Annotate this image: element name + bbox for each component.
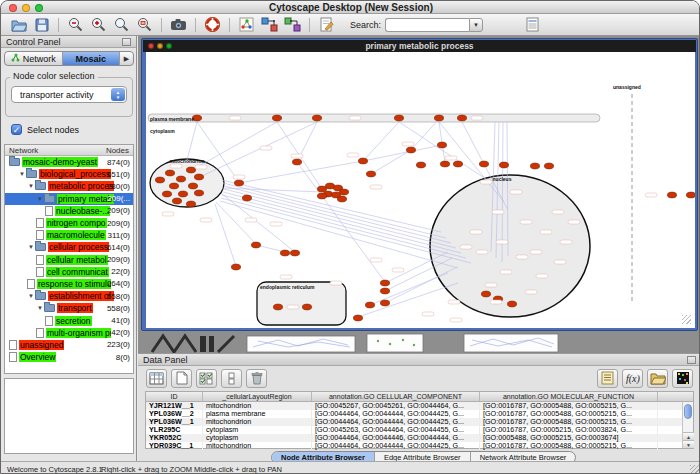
network-node[interactable] bbox=[317, 193, 326, 199]
table-row[interactable]: YPL036W__2plasma membrane[GO:0044464, GO… bbox=[146, 410, 693, 418]
tree-item-cellular-metabol[interactable]: cellular metabol209(0) bbox=[5, 254, 133, 266]
scroll-down-icon[interactable]: ▼ bbox=[683, 440, 694, 448]
network-node[interactable] bbox=[437, 142, 446, 148]
tab-mosaic[interactable]: Mosaic bbox=[63, 52, 121, 65]
network-node[interactable] bbox=[434, 115, 443, 121]
tree-item-secretion[interactable]: secretion41(0) bbox=[5, 314, 133, 326]
title-bar[interactable]: Cytoscape Desktop (New Session) bbox=[1, 1, 700, 14]
network-node[interactable] bbox=[302, 304, 311, 310]
tree-item-mosaic-demo-yeast[interactable]: mosaic-demo-yeast874(0) bbox=[5, 156, 133, 168]
formula-icon[interactable]: f(x) bbox=[622, 369, 643, 388]
window-resize-grip[interactable] bbox=[690, 465, 700, 474]
network-node[interactable] bbox=[165, 170, 174, 176]
node-color-dropdown[interactable]: transporter activity ▲▼ bbox=[11, 86, 127, 103]
network-node[interactable] bbox=[380, 280, 389, 286]
network-node[interactable] bbox=[544, 163, 553, 169]
network-node[interactable] bbox=[234, 180, 243, 186]
network-node[interactable] bbox=[380, 300, 389, 306]
table-row[interactable]: YKR052Ccytoplasm[GO:0044464, GO:0044446,… bbox=[146, 434, 693, 442]
network-node[interactable] bbox=[416, 162, 425, 168]
col-header-cellular-component[interactable]: annotation.GO CELLULAR_COMPONENT bbox=[312, 392, 480, 401]
expander-icon[interactable]: ▼ bbox=[36, 305, 44, 311]
help-icon[interactable] bbox=[203, 16, 222, 34]
network-node[interactable] bbox=[292, 159, 301, 165]
matrix-icon[interactable] bbox=[672, 369, 693, 388]
unselect-attributes-icon[interactable] bbox=[221, 369, 242, 388]
network-node[interactable] bbox=[155, 177, 164, 183]
zoom-out-icon[interactable] bbox=[66, 16, 85, 34]
network-node[interactable] bbox=[481, 291, 490, 297]
network-node[interactable] bbox=[194, 190, 203, 196]
table-row[interactable]: YPL036W__1mitochondrion[GO:0044464, GO:0… bbox=[146, 418, 693, 426]
network-node[interactable] bbox=[406, 147, 415, 153]
table-scrollbar[interactable]: ▲ ▼ bbox=[682, 402, 693, 448]
expander-icon[interactable]: ▼ bbox=[27, 244, 35, 250]
network-node[interactable] bbox=[272, 115, 281, 121]
network-node[interactable] bbox=[176, 176, 185, 182]
col-header-region[interactable]: _cellularLayoutRegion bbox=[203, 392, 312, 401]
network-node[interactable] bbox=[530, 163, 539, 169]
import-icon[interactable] bbox=[647, 369, 668, 388]
tree-item-cell-communicat[interactable]: cell communicat22(0) bbox=[5, 266, 133, 278]
network-node[interactable] bbox=[686, 192, 695, 198]
close-button[interactable] bbox=[9, 4, 17, 12]
tree-item-multi-organism-pro[interactable]: multi-organism pro42(0) bbox=[5, 327, 133, 339]
tree-item-metabolic-process[interactable]: ▼metabolic process280(0) bbox=[5, 180, 133, 192]
delete-attribute-icon[interactable] bbox=[246, 369, 267, 388]
expander-icon[interactable]: ▼ bbox=[27, 293, 35, 299]
tree-item-biological-process[interactable]: ▼biological_process651(0) bbox=[5, 168, 133, 180]
birds-eye-view[interactable] bbox=[4, 378, 134, 454]
network-node[interactable] bbox=[178, 191, 187, 197]
network-node[interactable] bbox=[186, 167, 195, 173]
tree-item-cellular-process[interactable]: ▼cellular process614(0) bbox=[5, 241, 133, 253]
search-dropdown-icon[interactable]: ▼ bbox=[469, 18, 483, 32]
save-icon[interactable] bbox=[32, 16, 51, 34]
col-header-id[interactable]: ID bbox=[146, 392, 203, 401]
network-node[interactable] bbox=[251, 242, 260, 248]
network-node[interactable] bbox=[169, 183, 178, 189]
network-node[interactable] bbox=[358, 158, 367, 164]
network-node[interactable] bbox=[453, 161, 462, 167]
new-attribute-icon[interactable] bbox=[171, 369, 192, 388]
network-node[interactable] bbox=[290, 250, 299, 256]
network-node[interactable] bbox=[273, 304, 282, 310]
vizmap-icon[interactable] bbox=[283, 16, 302, 34]
network-node[interactable] bbox=[667, 192, 676, 198]
scroll-up-icon[interactable]: ▲ bbox=[683, 432, 694, 440]
annotation-icon[interactable] bbox=[317, 16, 336, 34]
float-panel-icon[interactable] bbox=[122, 38, 131, 46]
network-canvas[interactable]: plasma membrane cytoplasm mitochondrion … bbox=[146, 52, 695, 328]
network-node[interactable] bbox=[317, 186, 326, 192]
minimize-button[interactable] bbox=[22, 4, 30, 12]
expander-icon[interactable]: ▼ bbox=[36, 196, 44, 202]
network-node[interactable] bbox=[242, 195, 251, 201]
network-overview-icon[interactable] bbox=[237, 16, 256, 34]
table-row[interactable]: YDR039C__1mitochondrion[GO:0044464, GO:0… bbox=[146, 442, 693, 450]
network-node[interactable] bbox=[457, 115, 466, 121]
attribute-table-icon[interactable] bbox=[146, 369, 167, 388]
network-node[interactable] bbox=[353, 315, 362, 321]
network-node[interactable] bbox=[337, 196, 346, 202]
network-node[interactable] bbox=[499, 162, 508, 168]
network-node[interactable] bbox=[172, 198, 181, 204]
network-node[interactable] bbox=[366, 171, 375, 177]
search-input[interactable] bbox=[385, 18, 469, 32]
tree-item-unassigned[interactable]: unassigned223(0) bbox=[5, 339, 133, 351]
inner-close-button[interactable] bbox=[148, 43, 154, 49]
layout-icon[interactable] bbox=[260, 16, 279, 34]
network-window-titlebar[interactable]: primary metabolic process bbox=[143, 40, 696, 52]
zoom-fit-icon[interactable] bbox=[112, 16, 131, 34]
network-node[interactable] bbox=[162, 191, 171, 197]
network-node[interactable] bbox=[339, 189, 348, 195]
tab-network[interactable]: Network bbox=[5, 52, 63, 65]
network-node[interactable] bbox=[188, 183, 197, 189]
tree-item-transport[interactable]: ▼transport558(0) bbox=[5, 302, 133, 314]
expander-icon[interactable]: ▼ bbox=[18, 171, 26, 177]
float-panel-icon[interactable] bbox=[687, 356, 696, 364]
network-nodes[interactable] bbox=[155, 115, 695, 321]
zoom-selected-icon[interactable] bbox=[135, 16, 154, 34]
nucleus-region[interactable] bbox=[430, 175, 590, 317]
filter-icon[interactable] bbox=[523, 16, 542, 34]
network-node[interactable] bbox=[479, 161, 488, 167]
scrollbar-thumb[interactable] bbox=[684, 404, 692, 419]
